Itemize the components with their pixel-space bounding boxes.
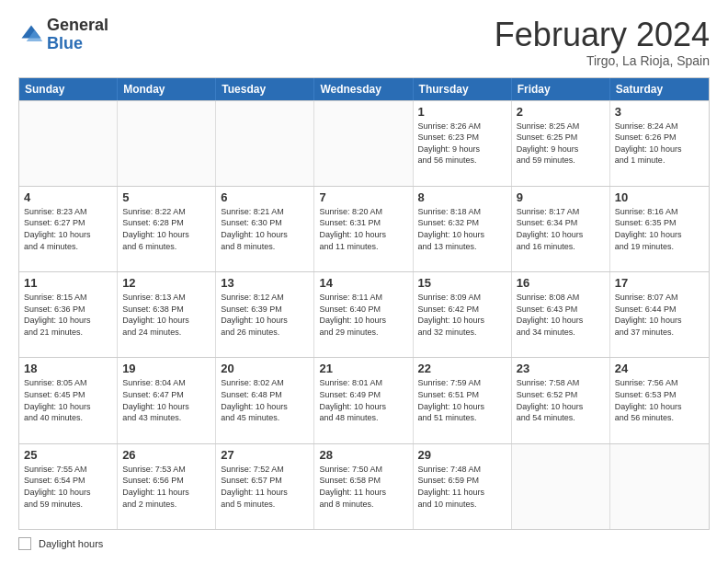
page: General Blue February 2024 Tirgo, La Rio… [0, 0, 728, 563]
cell-day-number: 26 [122, 448, 210, 462]
cell-day-number: 16 [517, 276, 605, 290]
header-cell-wednesday: Wednesday [314, 78, 413, 100]
header-cell-tuesday: Tuesday [216, 78, 314, 100]
cal-cell: 8Sunrise: 8:18 AM Sunset: 6:32 PM Daylig… [414, 187, 512, 271]
cell-info: Sunrise: 8:05 AM Sunset: 6:45 PM Dayligh… [24, 377, 112, 423]
cal-cell [610, 444, 709, 529]
cal-cell: 7Sunrise: 8:20 AM Sunset: 6:31 PM Daylig… [314, 187, 413, 271]
cal-cell: 15Sunrise: 8:09 AM Sunset: 6:42 PM Dayli… [414, 272, 512, 357]
cell-info: Sunrise: 8:13 AM Sunset: 6:38 PM Dayligh… [122, 292, 210, 338]
cell-day-number: 27 [221, 448, 309, 462]
cal-cell: 10Sunrise: 8:16 AM Sunset: 6:35 PM Dayli… [610, 187, 709, 271]
cell-info: Sunrise: 7:52 AM Sunset: 6:57 PM Dayligh… [221, 464, 309, 510]
cal-cell: 9Sunrise: 8:17 AM Sunset: 6:34 PM Daylig… [512, 187, 610, 271]
cell-info: Sunrise: 8:23 AM Sunset: 6:27 PM Dayligh… [24, 206, 112, 252]
cell-day-number: 4 [24, 190, 112, 204]
cell-day-number: 15 [418, 276, 506, 290]
cell-day-number: 13 [221, 276, 309, 290]
title-block: February 2024 Tirgo, La Rioja, Spain [495, 17, 710, 68]
cal-cell: 24Sunrise: 7:56 AM Sunset: 6:53 PM Dayli… [610, 358, 709, 442]
cell-day-number: 12 [122, 276, 210, 290]
cal-cell: 2Sunrise: 8:25 AM Sunset: 6:25 PM Daylig… [512, 101, 610, 186]
cell-info: Sunrise: 8:21 AM Sunset: 6:30 PM Dayligh… [221, 206, 309, 252]
cell-info: Sunrise: 8:02 AM Sunset: 6:48 PM Dayligh… [221, 377, 309, 423]
cell-info: Sunrise: 8:24 AM Sunset: 6:26 PM Dayligh… [615, 121, 704, 167]
cell-info: Sunrise: 8:01 AM Sunset: 6:49 PM Dayligh… [319, 377, 407, 423]
week-row-0: 1Sunrise: 8:26 AM Sunset: 6:23 PM Daylig… [19, 100, 709, 186]
cal-cell: 1Sunrise: 8:26 AM Sunset: 6:23 PM Daylig… [414, 101, 512, 186]
cal-cell [118, 101, 216, 186]
cal-cell: 3Sunrise: 8:24 AM Sunset: 6:26 PM Daylig… [610, 101, 709, 186]
subtitle: Tirgo, La Rioja, Spain [495, 53, 710, 68]
cell-info: Sunrise: 8:04 AM Sunset: 6:47 PM Dayligh… [122, 377, 210, 423]
cal-cell: 17Sunrise: 8:07 AM Sunset: 6:44 PM Dayli… [610, 272, 709, 357]
week-row-2: 11Sunrise: 8:15 AM Sunset: 6:36 PM Dayli… [19, 271, 709, 357]
cell-info: Sunrise: 7:53 AM Sunset: 6:56 PM Dayligh… [122, 464, 210, 510]
cal-cell [216, 101, 314, 186]
cell-info: Sunrise: 8:15 AM Sunset: 6:36 PM Dayligh… [24, 292, 112, 338]
cell-info: Sunrise: 7:50 AM Sunset: 6:58 PM Dayligh… [319, 464, 407, 510]
cal-cell: 14Sunrise: 8:11 AM Sunset: 6:40 PM Dayli… [314, 272, 413, 357]
cell-info: Sunrise: 8:09 AM Sunset: 6:42 PM Dayligh… [418, 292, 506, 338]
header-cell-friday: Friday [512, 78, 610, 100]
cell-info: Sunrise: 7:55 AM Sunset: 6:54 PM Dayligh… [24, 464, 112, 510]
logo-blue: Blue [47, 35, 108, 53]
cell-day-number: 18 [24, 362, 112, 375]
cell-day-number: 19 [122, 362, 210, 375]
header-cell-monday: Monday [118, 78, 216, 100]
cell-info: Sunrise: 8:16 AM Sunset: 6:35 PM Dayligh… [615, 206, 704, 252]
cell-info: Sunrise: 8:18 AM Sunset: 6:32 PM Dayligh… [418, 206, 506, 252]
cell-day-number: 28 [319, 448, 407, 462]
cell-day-number: 8 [418, 190, 506, 204]
calendar: SundayMondayTuesdayWednesdayThursdayFrid… [18, 77, 710, 530]
cal-cell: 19Sunrise: 8:04 AM Sunset: 6:47 PM Dayli… [118, 358, 216, 442]
footer: Daylight hours [18, 537, 710, 550]
logo-icon [18, 22, 44, 48]
cal-cell: 13Sunrise: 8:12 AM Sunset: 6:39 PM Dayli… [216, 272, 314, 357]
cal-cell: 16Sunrise: 8:08 AM Sunset: 6:43 PM Dayli… [512, 272, 610, 357]
week-row-3: 18Sunrise: 8:05 AM Sunset: 6:45 PM Dayli… [19, 357, 709, 442]
cal-cell: 22Sunrise: 7:59 AM Sunset: 6:51 PM Dayli… [414, 358, 512, 442]
cell-day-number: 23 [517, 362, 605, 375]
week-row-1: 4Sunrise: 8:23 AM Sunset: 6:27 PM Daylig… [19, 186, 709, 271]
cell-day-number: 17 [615, 276, 704, 290]
calendar-body: 1Sunrise: 8:26 AM Sunset: 6:23 PM Daylig… [19, 100, 709, 529]
cell-day-number: 9 [517, 190, 605, 204]
cal-cell: 21Sunrise: 8:01 AM Sunset: 6:49 PM Dayli… [314, 358, 413, 442]
cell-day-number: 1 [418, 105, 506, 119]
cell-info: Sunrise: 8:22 AM Sunset: 6:28 PM Dayligh… [122, 206, 210, 252]
cell-day-number: 2 [517, 105, 605, 119]
cal-cell: 26Sunrise: 7:53 AM Sunset: 6:56 PM Dayli… [118, 444, 216, 529]
logo-general: General [47, 17, 108, 35]
cell-day-number: 11 [24, 276, 112, 290]
cal-cell: 23Sunrise: 7:58 AM Sunset: 6:52 PM Dayli… [512, 358, 610, 442]
cell-day-number: 25 [24, 448, 112, 462]
calendar-header: SundayMondayTuesdayWednesdayThursdayFrid… [19, 78, 709, 100]
cell-day-number: 7 [319, 190, 407, 204]
cal-cell: 11Sunrise: 8:15 AM Sunset: 6:36 PM Dayli… [19, 272, 118, 357]
footer-label: Daylight hours [39, 538, 103, 549]
cell-info: Sunrise: 8:07 AM Sunset: 6:44 PM Dayligh… [615, 292, 704, 338]
cell-info: Sunrise: 7:56 AM Sunset: 6:53 PM Dayligh… [615, 377, 704, 423]
cell-info: Sunrise: 8:17 AM Sunset: 6:34 PM Dayligh… [517, 206, 605, 252]
cell-info: Sunrise: 8:12 AM Sunset: 6:39 PM Dayligh… [221, 292, 309, 338]
logo: General Blue [18, 17, 108, 53]
header-cell-sunday: Sunday [19, 78, 118, 100]
cal-cell [314, 101, 413, 186]
main-title: February 2024 [495, 17, 710, 53]
cal-cell: 4Sunrise: 8:23 AM Sunset: 6:27 PM Daylig… [19, 187, 118, 271]
logo-text: General Blue [47, 17, 108, 53]
footer-box [18, 537, 31, 550]
cell-day-number: 20 [221, 362, 309, 375]
cal-cell: 27Sunrise: 7:52 AM Sunset: 6:57 PM Dayli… [216, 444, 314, 529]
cal-cell: 12Sunrise: 8:13 AM Sunset: 6:38 PM Dayli… [118, 272, 216, 357]
cell-info: Sunrise: 8:08 AM Sunset: 6:43 PM Dayligh… [517, 292, 605, 338]
header-cell-thursday: Thursday [414, 78, 512, 100]
cell-day-number: 5 [122, 190, 210, 204]
cell-day-number: 10 [615, 190, 704, 204]
cal-cell [512, 444, 610, 529]
cell-day-number: 24 [615, 362, 704, 375]
cell-day-number: 14 [319, 276, 407, 290]
cal-cell: 5Sunrise: 8:22 AM Sunset: 6:28 PM Daylig… [118, 187, 216, 271]
cal-cell: 6Sunrise: 8:21 AM Sunset: 6:30 PM Daylig… [216, 187, 314, 271]
